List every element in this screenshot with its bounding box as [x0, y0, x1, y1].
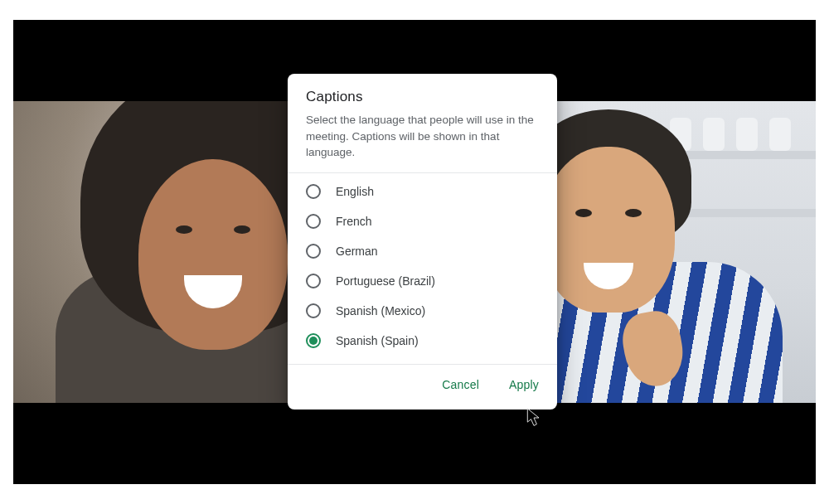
language-option-label: Portuguese (Brazil) — [336, 274, 435, 288]
language-option-label: Spanish (Spain) — [336, 334, 419, 347]
apply-button[interactable]: Apply — [506, 373, 542, 396]
radio-icon — [306, 184, 321, 199]
language-option-label: Spanish (Mexico) — [336, 304, 425, 317]
letterbox-bottom — [13, 403, 816, 484]
language-option-label: French — [336, 215, 372, 228]
language-option-spanish-mexico[interactable]: Spanish (Mexico) — [288, 296, 557, 326]
language-option-english[interactable]: English — [288, 177, 557, 206]
radio-icon — [306, 303, 321, 318]
language-option-label: English — [336, 185, 374, 198]
radio-icon — [306, 244, 321, 259]
language-option-label: German — [336, 245, 378, 258]
language-option-portuguese-brazil[interactable]: Portuguese (Brazil) — [288, 266, 557, 296]
cancel-button[interactable]: Cancel — [439, 373, 482, 396]
language-option-french[interactable]: French — [288, 206, 557, 236]
dialog-actions: Cancel Apply — [288, 365, 557, 410]
dialog-title: Captions — [306, 89, 539, 105]
language-option-german[interactable]: German — [288, 236, 557, 266]
language-option-spanish-spain[interactable]: Spanish (Spain) — [288, 326, 557, 356]
captions-dialog: Captions Select the language that people… — [288, 74, 557, 410]
language-option-list: English French German Portuguese (Brazil… — [288, 173, 557, 364]
radio-icon — [306, 214, 321, 229]
radio-icon — [306, 333, 321, 348]
video-call-screen: Captions Select the language that people… — [0, 0, 829, 504]
dialog-header: Captions Select the language that people… — [288, 74, 557, 172]
radio-icon — [306, 274, 321, 288]
dialog-description: Select the language that people will use… — [306, 112, 539, 161]
